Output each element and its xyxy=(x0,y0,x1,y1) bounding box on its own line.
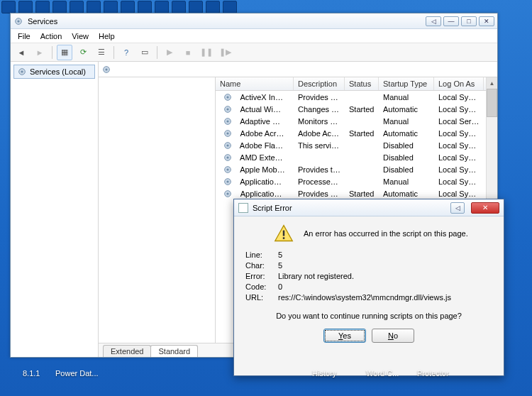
tab-extended[interactable]: Extended xyxy=(103,345,151,357)
taskbar-icon[interactable] xyxy=(70,1,84,13)
prev-button[interactable]: ◁ xyxy=(426,16,441,26)
dialog-close-button[interactable]: ✕ xyxy=(471,202,499,214)
svg-rect-25 xyxy=(283,231,284,236)
svg-point-3 xyxy=(21,70,23,72)
table-row[interactable]: Application Host ...Provides ad...Starte… xyxy=(216,187,497,199)
menu-help[interactable]: Help xyxy=(94,31,119,42)
table-row[interactable]: Apple Mobile Devi...Provides th...Disabl… xyxy=(216,163,497,175)
taskbar-icon[interactable] xyxy=(104,1,118,13)
svg-point-1 xyxy=(17,20,19,22)
table-row[interactable]: ActiveX Installer (...Provides Us...Manu… xyxy=(216,91,497,103)
pause-service-button[interactable]: ❚❚ xyxy=(199,45,214,60)
taskbar-icon[interactable] xyxy=(52,1,67,13)
taskbar-icon[interactable] xyxy=(155,1,169,13)
col-description[interactable]: Description xyxy=(294,77,345,90)
col-log-on-as[interactable]: Log On As xyxy=(434,77,484,90)
yes-button[interactable]: Yes xyxy=(323,329,366,343)
table-row[interactable]: Adaptive BrightnessMonitors a...ManualLo… xyxy=(216,115,497,127)
table-row[interactable]: AMD External Eve...DisabledLocal Syste..… xyxy=(216,151,497,163)
label-error: Error: xyxy=(245,272,278,280)
menu-action[interactable]: Action xyxy=(36,31,67,42)
cell-startup: Disabled xyxy=(379,153,434,162)
cell-name: Application Experi... xyxy=(216,177,294,187)
cell-description: Provides ad... xyxy=(294,189,345,198)
cell-status: Started xyxy=(345,105,379,114)
svg-rect-26 xyxy=(283,237,284,239)
taskbar-icon[interactable] xyxy=(1,1,16,13)
taskbar-icon[interactable] xyxy=(121,1,135,13)
taskbar-icon[interactable] xyxy=(223,1,237,13)
cell-startup: Manual xyxy=(379,117,434,126)
warning-icon xyxy=(274,224,294,243)
desktop-icon-label[interactable]: Power Dat... xyxy=(55,369,99,378)
minimize-button[interactable]: — xyxy=(443,16,459,26)
cell-description: Adobe Acro... xyxy=(294,129,345,138)
value-error: Library not registered. xyxy=(278,272,492,280)
col-startup-type[interactable]: Startup Type xyxy=(379,77,434,90)
detail-panel xyxy=(99,77,215,343)
desktop-icon-label[interactable]: 8.1.1 xyxy=(23,369,40,378)
menu-file[interactable]: File xyxy=(13,31,35,42)
menu-view[interactable]: View xyxy=(67,31,93,42)
page-icon xyxy=(238,203,248,213)
dialog-prev-button[interactable]: ◁ xyxy=(450,202,465,214)
desktop-icon-label[interactable]: Protector xyxy=(417,369,449,378)
gear-icon xyxy=(218,104,233,114)
tree-item-services-local[interactable]: Services (Local) xyxy=(13,65,95,79)
taskbar-icon[interactable] xyxy=(189,1,203,13)
maximize-button[interactable]: □ xyxy=(461,16,477,26)
cell-status: Started xyxy=(345,129,379,138)
no-button[interactable]: No xyxy=(372,329,414,343)
start-service-button[interactable]: ▶ xyxy=(162,45,177,60)
menubar: File Action View Help xyxy=(11,29,497,43)
titlebar[interactable]: Services ◁ — □ ✕ xyxy=(11,13,497,29)
close-button[interactable]: ✕ xyxy=(479,16,494,26)
help-button[interactable]: ? xyxy=(118,45,134,60)
taskbar-icon[interactable] xyxy=(18,1,33,13)
window-title: Services xyxy=(28,17,421,26)
desktop-icon-label[interactable]: Word C... xyxy=(366,369,399,378)
export-button[interactable]: ⟳ xyxy=(75,45,91,60)
gear-icon xyxy=(218,128,234,138)
taskbar-icon[interactable] xyxy=(206,1,220,13)
label-code: Code: xyxy=(245,282,278,291)
error-details: Line:5 Char:5 Error:Library not register… xyxy=(245,251,492,302)
cell-status: Started xyxy=(345,189,379,198)
taskbar-icon[interactable] xyxy=(138,1,152,13)
table-row[interactable]: Adobe Acrobat U...Adobe Acro...StartedAu… xyxy=(216,127,497,139)
dialog-question: Do you want to continue running scripts … xyxy=(245,312,492,320)
taskbar-icon[interactable] xyxy=(87,1,101,13)
cell-startup: Automatic xyxy=(379,189,434,198)
cell-name: Application Host ... xyxy=(216,189,294,199)
gear-icon xyxy=(218,153,233,163)
forward-button[interactable]: ► xyxy=(32,45,48,60)
desktop-top-icons xyxy=(0,0,532,14)
separator xyxy=(113,46,114,59)
table-row[interactable]: Adobe Flash Playe...This service ...Disa… xyxy=(216,139,497,151)
table-row[interactable]: Application Experi...Processes a...Manua… xyxy=(216,175,497,187)
refresh-button[interactable]: ☰ xyxy=(94,45,109,60)
show-hide-tree-button[interactable]: ▦ xyxy=(57,45,72,60)
properties-button[interactable]: ▭ xyxy=(137,45,153,60)
cell-name: Adobe Acrobat U... xyxy=(216,128,294,138)
separator xyxy=(157,46,157,59)
restart-service-button[interactable]: ❚▶ xyxy=(217,45,233,60)
gear-icon xyxy=(218,189,234,199)
taskbar-icon[interactable] xyxy=(172,1,186,13)
dialog-titlebar[interactable]: Script Error ◁ ✕ xyxy=(234,199,504,216)
stop-service-button[interactable]: ■ xyxy=(180,45,196,60)
table-row[interactable]: Actual Window M...Changes th...StartedAu… xyxy=(216,103,497,115)
back-button[interactable]: ◄ xyxy=(13,45,29,60)
cell-description: This service ... xyxy=(294,141,345,150)
svg-point-11 xyxy=(226,120,228,122)
col-name[interactable]: Name xyxy=(216,77,294,90)
scroll-thumb[interactable] xyxy=(487,89,497,117)
cell-description: Monitors a... xyxy=(294,117,345,126)
col-status[interactable]: Status xyxy=(345,77,379,90)
taskbar-icon[interactable] xyxy=(35,1,50,13)
gear-icon xyxy=(17,67,27,77)
desktop-icon-label[interactable]: History xyxy=(312,369,336,378)
scroll-up-button[interactable]: ▲ xyxy=(487,77,497,89)
tab-standard[interactable]: Standard xyxy=(150,345,198,357)
toolbar: ◄ ► ▦ ⟳ ☰ ? ▭ ▶ ■ ❚❚ ❚▶ xyxy=(11,43,497,62)
